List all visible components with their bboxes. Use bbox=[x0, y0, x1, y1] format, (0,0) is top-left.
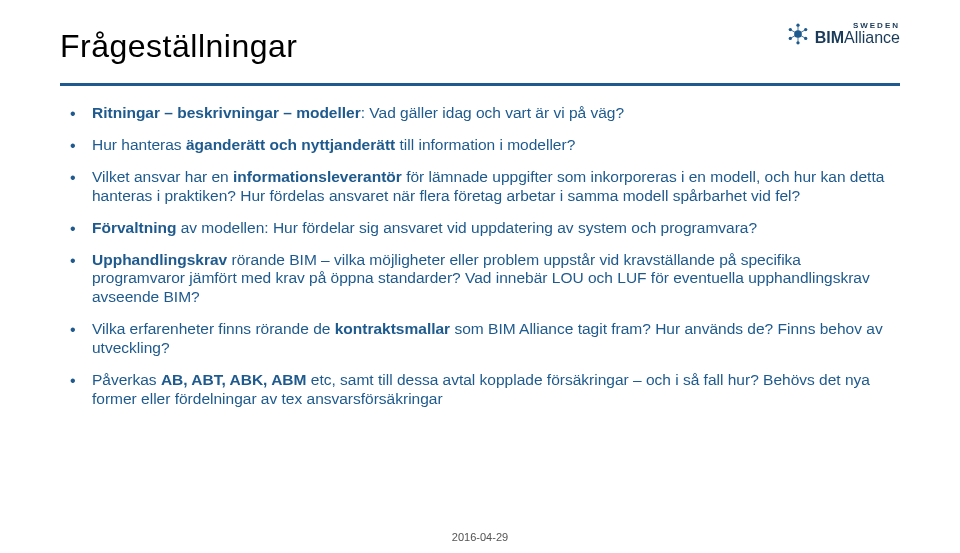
page-title: Frågeställningar bbox=[60, 28, 297, 65]
slide: Frågeställningar bbox=[0, 0, 960, 553]
bullet-item: Vilka erfarenheter finns rörande de kont… bbox=[92, 320, 900, 358]
brand-logo: SWEDEN BIMAlliance bbox=[787, 22, 900, 46]
bullet-item: Upphandlingskrav rörande BIM – vilka möj… bbox=[92, 251, 900, 308]
bullet-item: Påverkas AB, ABT, ABK, ABM etc, samt til… bbox=[92, 371, 900, 409]
bullet-list: Ritningar – beskrivningar – modeller: Va… bbox=[60, 104, 900, 409]
header-row: Frågeställningar bbox=[60, 28, 900, 65]
logo-brand-label: BIMAlliance bbox=[815, 30, 900, 46]
alliance-icon bbox=[787, 23, 809, 45]
bullet-item: Vilket ansvar har en informationsleveran… bbox=[92, 168, 900, 206]
bullet-item: Ritningar – beskrivningar – modeller: Va… bbox=[92, 104, 900, 123]
footer-date: 2016-04-29 bbox=[0, 531, 960, 543]
bullet-item: Hur hanteras äganderätt och nyttjanderät… bbox=[92, 136, 900, 155]
title-divider bbox=[60, 83, 900, 86]
bullet-item: Förvaltning av modellen: Hur fördelar si… bbox=[92, 219, 900, 238]
